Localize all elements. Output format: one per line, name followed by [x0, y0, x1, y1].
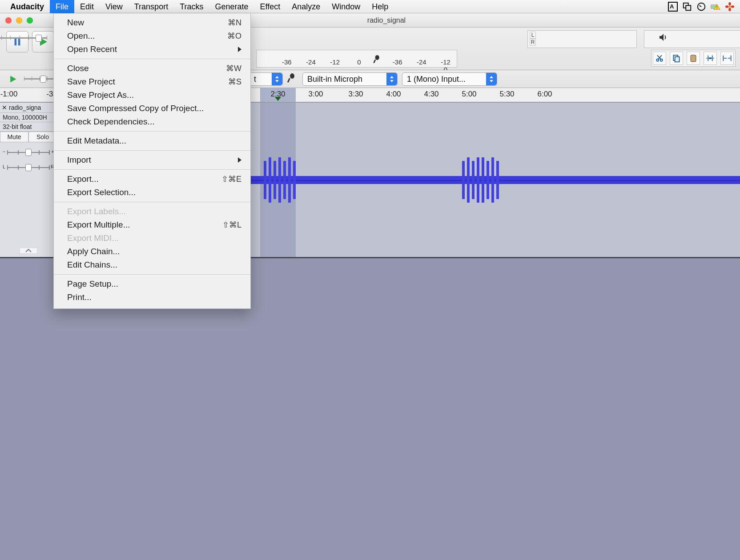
input-device-select[interactable]: Built-in Microph	[302, 72, 398, 86]
track-pan-slider[interactable]: LR	[3, 163, 54, 172]
menu-item[interactable]: Save Compressed Copy of Project...	[54, 102, 250, 115]
playback-speed-slider[interactable]	[24, 75, 55, 83]
menu-item[interactable]: Open Recent	[54, 43, 250, 56]
menu-item[interactable]: Close⌘W	[54, 62, 250, 75]
mute-button[interactable]: Mute	[0, 132, 28, 142]
menu-item-label: Save Project	[67, 77, 228, 87]
svg-rect-17	[374, 60, 376, 64]
solo-button[interactable]: Solo	[28, 132, 57, 142]
input-channels-select[interactable]: 1 (Mono) Input...	[402, 72, 497, 86]
track-name[interactable]: radio_signa	[9, 104, 41, 111]
menu-item-label: Export Labels...	[67, 207, 241, 216]
menu-item-shortcut: ⌘O	[227, 31, 241, 41]
menu-item-shortcut: ⌘W	[226, 64, 241, 73]
menu-item[interactable]: Export Multiple...⇧⌘L	[54, 218, 250, 232]
track-close-button[interactable]: ✕	[2, 104, 7, 111]
menu-item[interactable]: Export Selection...	[54, 186, 250, 199]
menu-item-label: Open...	[67, 31, 227, 41]
app-menu[interactable]: Audacity	[4, 0, 50, 13]
menu-item[interactable]: Open...⌘O	[54, 29, 250, 43]
mic-icon	[373, 55, 383, 64]
track-format: Mono, 100000H	[0, 113, 57, 122]
audio-host-select[interactable]: t	[249, 72, 283, 86]
svg-rect-26	[20, 248, 37, 254]
menu-file[interactable]: File	[50, 0, 74, 13]
chevron-updown-icon	[386, 73, 397, 85]
menu-item[interactable]: Apply Chain...	[54, 245, 250, 258]
ruler-label: 6:00	[537, 90, 552, 99]
menu-item[interactable]: Save Project⌘S	[54, 75, 250, 88]
chevron-updown-icon	[486, 73, 497, 85]
db-tick: -36	[276, 58, 298, 66]
menu-effect[interactable]: Effect	[254, 0, 286, 13]
ruler-label: 3:30	[348, 90, 363, 99]
track-gain-slider[interactable]: −+	[3, 148, 54, 157]
track-bitdepth: 32-bit float	[0, 122, 57, 132]
menu-item[interactable]: Export...⇧⌘E	[54, 172, 250, 186]
menu-item-label: Save Compressed Copy of Project...	[67, 104, 241, 113]
track-control-panel: ✕ radio_signa Mono, 100000H 32-bit float…	[0, 103, 57, 257]
ruler-label: -3	[46, 90, 53, 99]
menu-item[interactable]: Edit Chains...	[54, 258, 250, 272]
waveform-burst	[462, 156, 499, 204]
ruler-label: 3:00	[308, 90, 323, 99]
meter-l-label: L	[530, 32, 536, 39]
ruler-label: 4:30	[424, 90, 438, 99]
menu-tracks[interactable]: Tracks	[174, 0, 209, 13]
window-controls	[0, 17, 33, 24]
menu-item[interactable]: Save Project As...	[54, 88, 250, 102]
mic-icon	[287, 73, 298, 85]
playback-meter[interactable]: LR	[527, 30, 559, 48]
track-collapse-button[interactable]	[0, 248, 57, 255]
menu-item-label: Export MIDI...	[67, 233, 241, 243]
preview-play-button[interactable]	[6, 72, 20, 86]
chevron-updown-icon	[272, 73, 282, 85]
menu-generate[interactable]: Generate	[209, 0, 254, 13]
menu-item-label: Edit Metadata...	[67, 136, 241, 146]
ruler-label: 5:30	[499, 90, 514, 99]
menu-window[interactable]: Window	[326, 0, 366, 13]
zoom-window-button[interactable]	[27, 17, 33, 24]
minimize-window-button[interactable]	[16, 17, 22, 24]
svg-rect-25	[287, 78, 290, 83]
db-tick: -12	[434, 58, 457, 66]
menu-view[interactable]: View	[100, 0, 129, 13]
menu-item[interactable]: New⌘N	[54, 16, 250, 29]
db-tick: -24	[300, 58, 322, 66]
menu-item-label: Close	[67, 64, 226, 73]
menu-item-label: Apply Chain...	[67, 247, 241, 256]
menu-item[interactable]: Check Dependencies...	[54, 115, 250, 128]
db-tick: -24	[410, 58, 433, 66]
menu-item-label: Print...	[67, 292, 241, 302]
system-menubar: Audacity File Edit View Transport Tracks…	[0, 0, 559, 13]
file-menu-dropdown: New⌘NOpen...⌘OOpen RecentClose⌘WSave Pro…	[53, 13, 251, 309]
output-volume-slider[interactable]	[0, 34, 47, 42]
playhead-marker[interactable]	[275, 97, 281, 101]
menu-edit[interactable]: Edit	[74, 0, 100, 13]
chevron-right-icon	[238, 47, 241, 52]
menu-analyze[interactable]: Analyze	[286, 0, 326, 13]
menu-item: Export Labels...	[54, 205, 250, 218]
input-device-value: Built-in Microph	[307, 75, 362, 84]
db-tick: 0	[348, 58, 370, 66]
menu-item[interactable]: Page Setup...	[54, 277, 250, 291]
menu-item[interactable]: Edit Metadata...	[54, 134, 250, 148]
waveform-burst	[264, 156, 296, 204]
meter-r-label: R	[530, 39, 536, 46]
menu-item-label: Page Setup...	[67, 279, 241, 289]
menu-item-label: New	[67, 18, 228, 28]
menu-help[interactable]: Help	[366, 0, 394, 13]
db-meter: -36 -24 -12 0 -36 -24 -12 0	[256, 50, 457, 68]
close-window-button[interactable]	[5, 17, 12, 24]
chevron-right-icon	[238, 157, 241, 163]
ruler-label: 5:00	[462, 90, 476, 99]
audio-host-value: t	[254, 75, 256, 84]
menu-item-shortcut: ⇧⌘L	[222, 220, 241, 230]
menu-item-shortcut: ⇧⌘E	[221, 174, 241, 184]
menu-item: Export MIDI...	[54, 232, 250, 245]
menu-item[interactable]: Print...	[54, 291, 250, 304]
menu-item[interactable]: Import	[54, 153, 250, 167]
menu-item-label: Export...	[67, 174, 221, 184]
menu-transport[interactable]: Transport	[129, 0, 174, 13]
ruler-label: 4:00	[386, 90, 401, 99]
